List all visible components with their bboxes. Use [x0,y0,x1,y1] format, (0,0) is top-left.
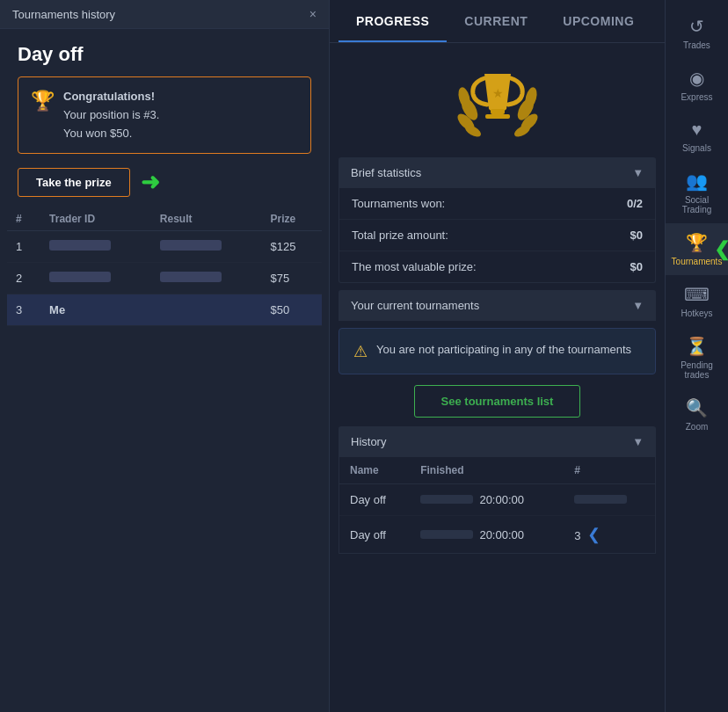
col-rank: # [7,207,40,231]
blurred-finished [420,530,473,539]
social-trading-icon: 👥 [686,171,708,192]
sidebar-item-trades[interactable]: ↺ Trades [666,7,728,59]
tab-upcoming[interactable]: UPCOMING [545,0,652,42]
rank-cell: 2 [7,263,40,294]
sidebar-item-signals[interactable]: ♥ Signals [666,111,728,162]
pending-trades-icon: ⏳ [686,336,708,357]
stat-value-valuable: $0 [630,260,643,273]
history-header[interactable]: History ▼ [339,426,656,457]
svg-rect-9 [485,114,510,119]
prize-cell: $125 [262,231,322,263]
stats-header[interactable]: Brief statistics ▼ [339,157,656,188]
stat-label-valuable: The most valuable prize: [352,260,477,273]
tab-progress[interactable]: PROGRESS [339,0,447,42]
history-row-arrow: ❮ [587,526,601,543]
close-tab-button[interactable]: × [309,7,317,21]
history-table: Name Finished # Day off 20:00:00 [339,457,655,553]
stat-value-total: $0 [630,229,643,242]
sidebar-label-express: Express [681,92,712,102]
history-name: Day off [339,516,410,554]
tab-bar: PROGRESS CURRENT UPCOMING [330,0,665,43]
table-row: 2 $75 [7,263,322,294]
blurred-trader [49,240,111,251]
result-cell [151,263,262,294]
stats-rows: Tournaments won: 0/2 Total prize amount:… [339,188,656,283]
sidebar-item-social-trading[interactable]: 👥 Social Trading [666,162,728,223]
history-rank [564,484,655,516]
sidebar-item-zoom[interactable]: 🔍 Zoom [666,389,728,440]
history-title: History [351,435,386,448]
history-finished: 20:00:00 [410,484,564,516]
history-tab-bar: Tournaments history × [0,0,329,29]
green-arrow-icon: ➜ [141,169,160,196]
take-prize-button[interactable]: Take the prize [18,168,130,197]
tournaments-icon: 🏆 [686,232,708,253]
col-trader: Trader ID [40,207,151,231]
prize-cell: $50 [262,294,322,326]
trader-cell [40,231,151,263]
sidebar-item-pending-trades[interactable]: ⏳ Pending trades [666,327,728,389]
table-row-me: 3 Me $50 [7,294,322,326]
stat-row-valuable: The most valuable prize: $0 [339,251,655,282]
history-col-rank: # [564,457,655,484]
result-cell [151,294,262,326]
rank-cell: 3 [7,294,40,326]
svg-text:★: ★ [491,86,503,100]
blurred-finished [420,495,473,504]
sidebar-label-social-trading: Social Trading [671,195,723,214]
table-row: 1 $125 [7,231,322,263]
current-dropdown-arrow: ▼ [632,299,644,312]
sidebar-item-express[interactable]: ◉ Express [666,59,728,111]
congrats-line1: Congratulations! [63,90,155,103]
svg-rect-8 [491,109,505,114]
active-sidebar-arrow: ❮ [714,238,728,261]
see-tournaments-row: See tournaments list [339,385,656,418]
stat-label-won: Tournaments won: [352,197,445,210]
see-tournaments-button[interactable]: See tournaments list [414,385,581,418]
col-result: Result [151,207,262,231]
congrats-line3: You won $50. [63,127,132,140]
zoom-icon: 🔍 [686,397,708,418]
not-participating-box: ⚠ You are not participating in any of th… [339,328,656,374]
stats-dropdown-arrow: ▼ [632,166,644,179]
trophy-image: ★ [454,61,542,149]
tab-current[interactable]: CURRENT [447,0,545,42]
rank-cell: 1 [7,231,40,263]
signals-icon: ♥ [692,120,703,140]
me-cell: Me [40,294,151,326]
sidebar-label-zoom: Zoom [686,422,709,432]
blurred-rank [574,495,627,504]
blurred-result [160,272,222,282]
trophy-area: ★ [330,43,665,157]
panel-title: Day off [0,29,329,73]
sidebar-label-trades: Trades [683,40,710,50]
stat-value-won: 0/2 [627,197,643,210]
trophy-icon: 🏆 [31,90,55,113]
blurred-trader [49,272,111,282]
sidebar-label-pending-trades: Pending trades [671,360,723,380]
current-title: Your current tournaments [351,299,479,312]
current-header[interactable]: Your current tournaments ▼ [339,290,656,321]
history-name: Day off [339,484,410,516]
result-cell [151,231,262,263]
trader-cell [40,263,151,294]
stats-title: Brief statistics [351,166,421,179]
col-prize: Prize [262,207,322,231]
warning-icon: ⚠ [353,342,368,361]
history-rank: 3 ❮ [564,516,655,554]
history-tab-title: Tournaments history [12,8,115,21]
history-dropdown-arrow: ▼ [632,435,644,448]
take-prize-row: Take the prize ➜ [0,164,329,207]
leaderboard-table: # Trader ID Result Prize 1 $125 [7,207,322,326]
congrats-text: Congratulations! Your position is #3. Yo… [63,88,159,142]
stat-row-total: Total prize amount: $0 [339,220,655,251]
blurred-result [160,240,222,251]
trades-icon: ↺ [689,16,704,37]
sidebar-label-signals: Signals [682,143,711,153]
congrats-line2: Your position is #3. [63,108,159,121]
history-row: Day off 20:00:00 [339,484,655,516]
sidebar-item-tournaments[interactable]: 🏆 Tournaments ❮ [666,223,728,275]
sidebar-item-hotkeys[interactable]: ⌨ Hotkeys [666,275,728,327]
history-row: Day off 20:00:00 3 ❮ [339,516,655,554]
history-col-finished: Finished [410,457,564,484]
